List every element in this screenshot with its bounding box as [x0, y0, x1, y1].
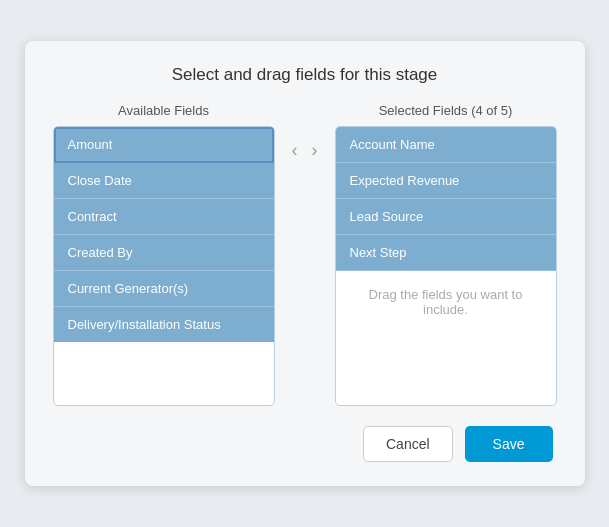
selected-field-item[interactable]: Expected Revenue	[336, 163, 556, 199]
available-field-item[interactable]: Amount	[54, 127, 274, 163]
move-left-button[interactable]: ‹	[287, 139, 303, 161]
selected-field-item[interactable]: Lead Source	[336, 199, 556, 235]
available-field-item[interactable]: Contract	[54, 199, 274, 235]
available-field-item[interactable]: Close Date	[54, 163, 274, 199]
arrow-row: ‹ ›	[287, 139, 323, 161]
columns-wrapper: Available Fields AmountClose DateContrac…	[53, 103, 557, 406]
available-fields-header: Available Fields	[53, 103, 275, 118]
selected-field-item[interactable]: Account Name	[336, 127, 556, 163]
dialog-title: Select and drag fields for this stage	[53, 65, 557, 85]
available-field-item[interactable]: Created By	[54, 235, 274, 271]
available-field-list[interactable]: AmountClose DateContractCreated ByCurren…	[53, 126, 275, 406]
available-field-item[interactable]: Current Generator(s)	[54, 271, 274, 307]
available-field-item[interactable]: Delivery/Installation Status	[54, 307, 274, 342]
selected-field-list[interactable]: Account NameExpected RevenueLead SourceN…	[335, 126, 557, 406]
save-button[interactable]: Save	[465, 426, 553, 462]
footer: Cancel Save	[53, 426, 557, 462]
available-fields-column: Available Fields AmountClose DateContrac…	[53, 103, 275, 406]
cancel-button[interactable]: Cancel	[363, 426, 453, 462]
selected-fields-header: Selected Fields (4 of 5)	[335, 103, 557, 118]
selected-fields-column: Selected Fields (4 of 5) Account NameExp…	[335, 103, 557, 406]
drop-hint: Drag the fields you want to include.	[336, 271, 556, 333]
arrow-controls: ‹ ›	[275, 139, 335, 161]
move-right-button[interactable]: ›	[307, 139, 323, 161]
dialog: Select and drag fields for this stage Av…	[25, 41, 585, 486]
selected-field-item[interactable]: Next Step	[336, 235, 556, 271]
